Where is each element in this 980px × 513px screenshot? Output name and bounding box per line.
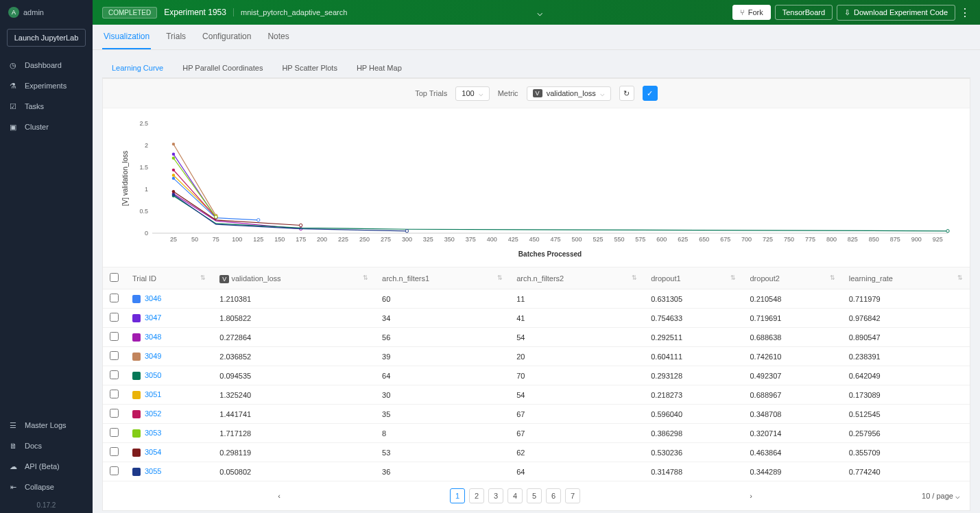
launch-jupyterlab-button[interactable]: Launch JupyterLab: [7, 29, 86, 47]
row-checkbox[interactable]: [110, 390, 119, 398]
tab-notes[interactable]: Notes: [266, 25, 290, 49]
page-7[interactable]: 7: [565, 488, 580, 503]
cell-dropout2: 0.492307: [743, 366, 841, 385]
trial-color-swatch: [132, 333, 141, 342]
cell-filters2: 41: [510, 309, 644, 328]
trial-id-link[interactable]: 3052: [145, 409, 161, 418]
row-checkbox[interactable]: [110, 332, 119, 341]
trial-id-link[interactable]: 3049: [145, 352, 161, 360]
trial-id-link[interactable]: 3048: [145, 333, 161, 341]
cell-filters1: 30: [375, 385, 510, 405]
cell-dropout2: 0.348708: [743, 405, 841, 424]
trial-id-link[interactable]: 3050: [145, 371, 161, 379]
sidebar-item-collapse[interactable]: ⇤Collapse: [0, 477, 93, 497]
col-arch-n-filters1[interactable]: arch.n_filters1⇅: [375, 267, 510, 289]
col-dropout1[interactable]: dropout1⇅: [644, 267, 743, 289]
task-icon: ☑: [8, 102, 18, 111]
tab-configuration[interactable]: Configuration: [201, 25, 252, 49]
sort-icon[interactable]: ⇅: [632, 274, 637, 281]
sidebar-item-master-logs[interactable]: ☰Master Logs: [0, 415, 93, 436]
page-1[interactable]: 1: [450, 488, 465, 503]
learning-curve-card: Top Trials 100 ⌵ Metric V validation_los…: [102, 78, 970, 511]
cell-dropout1: 0.293128: [644, 366, 743, 385]
expand-header-icon[interactable]: ⌵: [537, 7, 542, 18]
svg-text:625: 625: [678, 236, 688, 243]
tab-visualization[interactable]: Visualization: [102, 25, 151, 49]
chevron-down-icon: ⌵: [479, 89, 483, 98]
sidebar-item-dashboard[interactable]: ◷Dashboard: [0, 55, 93, 75]
row-checkbox[interactable]: [110, 428, 119, 437]
page-4[interactable]: 4: [507, 488, 523, 503]
page-2[interactable]: 2: [469, 488, 484, 503]
row-checkbox[interactable]: [110, 370, 119, 379]
page-title: Experiment 1953: [164, 8, 226, 17]
col-validation-loss[interactable]: V validation_loss⇅: [213, 267, 375, 289]
user-row[interactable]: A admin: [0, 0, 93, 25]
cell-dropout1: 0.530236: [644, 443, 743, 462]
col-learning-rate[interactable]: learning_rate⇅: [842, 267, 970, 289]
sort-icon[interactable]: ⇅: [200, 274, 206, 281]
trial-id-link[interactable]: 3046: [145, 294, 161, 302]
cell-learning-rate: 0.512545: [842, 405, 970, 424]
page-subtitle: mnist_pytorch_adaptive_search: [233, 8, 347, 16]
trial-id-link[interactable]: 3047: [145, 313, 161, 322]
table-row: 30550.05080236640.3147880.3442890.774240: [103, 462, 970, 481]
select-all-checkbox[interactable]: [110, 273, 119, 282]
sidebar-item-api-beta-[interactable]: ☁API (Beta): [0, 456, 93, 477]
download-code-button[interactable]: ⇩ Download Experiment Code: [837, 5, 955, 21]
top-trials-select[interactable]: 100 ⌵: [455, 86, 489, 101]
subtab-learning-curve[interactable]: Learning Curve: [102, 58, 173, 77]
sort-icon[interactable]: ⇅: [497, 274, 503, 281]
sidebar-item-experiments[interactable]: ⚗Experiments: [0, 75, 93, 96]
prev-page-button[interactable]: ‹: [112, 488, 446, 503]
subtab-hp-scatter-plots[interactable]: HP Scatter Plots: [272, 58, 347, 77]
sidebar-item-cluster[interactable]: ▣Cluster: [0, 117, 93, 137]
sidebar-item-docs[interactable]: 🗎Docs: [0, 436, 93, 456]
trial-color-swatch: [132, 372, 141, 380]
apply-button[interactable]: ✓: [643, 86, 658, 101]
row-checkbox[interactable]: [110, 409, 119, 418]
svg-text:Batches Processed: Batches Processed: [518, 250, 582, 258]
sort-icon[interactable]: ⇅: [957, 274, 963, 281]
sort-icon[interactable]: ⇅: [730, 274, 736, 281]
page-3[interactable]: 3: [488, 488, 503, 503]
subtab-hp-heat-map[interactable]: HP Heat Map: [347, 58, 411, 77]
cell-filters1: 56: [375, 328, 510, 347]
tab-trials[interactable]: Trials: [165, 25, 187, 49]
svg-text:2.5: 2.5: [139, 120, 148, 127]
trial-id-link[interactable]: 3051: [145, 390, 161, 398]
sort-icon[interactable]: ⇅: [830, 274, 835, 281]
metric-select[interactable]: V validation_loss ⌵: [527, 86, 611, 101]
col-dropout2[interactable]: dropout2⇅: [743, 267, 841, 289]
avatar: A: [8, 7, 19, 18]
trial-id-link[interactable]: 3055: [145, 467, 161, 475]
row-checkbox[interactable]: [110, 447, 119, 456]
page-5[interactable]: 5: [527, 488, 542, 503]
page-size-select[interactable]: 10 / page ⌵: [922, 492, 960, 501]
version-label: 0.17.2: [0, 497, 93, 513]
cell-learning-rate: 0.238391: [842, 347, 970, 366]
next-page-button[interactable]: ›: [584, 488, 918, 503]
subtab-hp-parallel-coordinates[interactable]: HP Parallel Coordinates: [173, 58, 272, 77]
cell-validation-loss: 0.272864: [213, 328, 375, 347]
cell-validation-loss: 1.805822: [213, 309, 375, 328]
trial-id-link[interactable]: 3054: [145, 448, 161, 456]
tensorboard-button[interactable]: TensorBoard: [775, 5, 833, 20]
sidebar-item-tasks[interactable]: ☑Tasks: [0, 96, 93, 117]
page-6[interactable]: 6: [546, 488, 561, 503]
row-checkbox[interactable]: [110, 351, 119, 360]
table-row: 30531.7171288670.3862980.3207140.257956: [103, 424, 970, 443]
col-trial-id[interactable]: Trial ID⇅: [126, 267, 213, 289]
row-checkbox[interactable]: [110, 466, 119, 475]
collapse-icon: ⇤: [8, 482, 18, 492]
trial-id-link[interactable]: 3053: [145, 429, 161, 437]
overflow-menu-icon[interactable]: ⋮: [959, 6, 970, 19]
refresh-button[interactable]: ↻: [619, 86, 634, 101]
col-arch-n-filters2[interactable]: arch.n_filters2⇅: [510, 267, 644, 289]
row-checkbox[interactable]: [110, 313, 119, 322]
sort-icon[interactable]: ⇅: [363, 274, 368, 281]
row-checkbox[interactable]: [110, 294, 119, 302]
fork-button[interactable]: ⑂ Fork: [732, 5, 771, 20]
table-row: 30500.09453564700.2931280.4923070.642049: [103, 366, 970, 385]
svg-text:675: 675: [720, 236, 730, 243]
